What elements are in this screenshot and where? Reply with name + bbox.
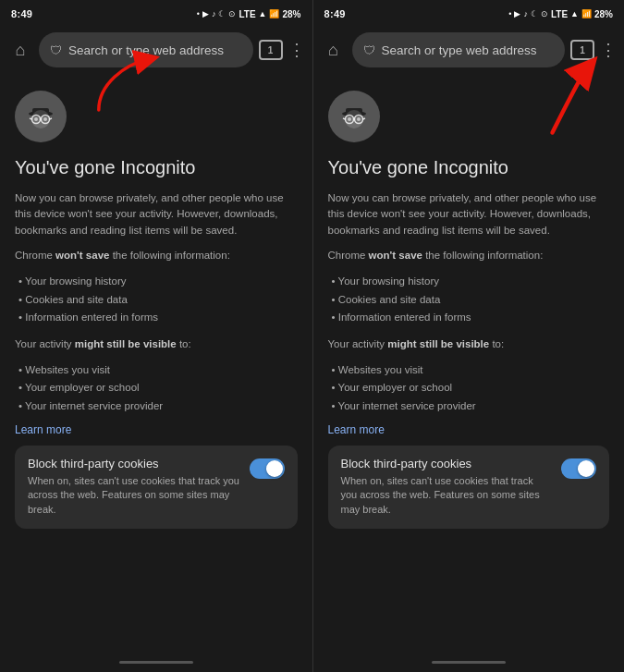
cookie-block-right: Block third-party cookies When on, sites… xyxy=(328,446,610,530)
incognito-title-left: You've gone Incognito xyxy=(15,155,298,179)
dot-icon-r: • xyxy=(508,9,511,18)
lte-label-r: LTE xyxy=(551,9,568,19)
wifi-icon-r: 📶 xyxy=(581,9,592,18)
list-item: Your employer or school xyxy=(332,379,610,397)
list-item: Your employer or school xyxy=(18,379,298,397)
list1-right: Your browsing history Cookies and site d… xyxy=(328,273,610,327)
address-bar-right[interactable]: 🛡 Search or type web address xyxy=(352,32,566,67)
menu-button-left[interactable]: ⋮ xyxy=(288,42,305,58)
list2-left: Websites you visit Your employer or scho… xyxy=(15,361,298,416)
bottom-bar-left xyxy=(0,652,312,672)
list2-right: Websites you visit Your employer or scho… xyxy=(328,361,610,416)
time-left: 8:49 xyxy=(11,8,32,19)
incognito-body1-right: Now you can browse privately, and other … xyxy=(328,190,610,238)
list-item: Cookies and site data xyxy=(18,291,298,310)
home-indicator-left xyxy=(119,661,193,664)
svg-line-7 xyxy=(30,118,32,119)
spotify-icon-r: ⊙ xyxy=(541,9,548,18)
left-phone-panel: 8:49 • ▶ ♪ ☾ ⊙ LTE ▲ 📶 28% ⌂ 🛡 Search or… xyxy=(0,0,312,672)
list-item: Your internet service provider xyxy=(18,397,298,416)
battery-right: 28% xyxy=(594,9,613,19)
wifi-icon: 📶 xyxy=(269,9,279,18)
home-indicator-right xyxy=(432,661,506,664)
moon-icon-r: ☾ xyxy=(531,9,538,18)
incognito-body1-left: Now you can browse privately, and other … xyxy=(15,190,298,238)
home-icon-left[interactable]: ⌂ xyxy=(7,41,33,60)
tab-button-right[interactable]: 1 xyxy=(570,40,594,60)
spy-icon-left xyxy=(23,99,58,134)
list-item: Information entered in forms xyxy=(18,309,298,327)
browser-toolbar-left: ⌂ 🛡 Search or type web address 1 ⋮ xyxy=(0,26,312,74)
address-bar-left[interactable]: 🛡 Search or type web address xyxy=(39,32,253,67)
cookie-title-right: Block third-party cookies xyxy=(341,457,553,470)
list-item: Websites you visit xyxy=(18,361,298,380)
svg-line-8 xyxy=(50,118,53,119)
time-right: 8:49 xyxy=(324,8,346,19)
home-icon-right[interactable]: ⌂ xyxy=(321,41,347,60)
dot-icon: • xyxy=(197,9,200,18)
cookie-block-left: Block third-party cookies When on, sites… xyxy=(15,446,298,530)
status-bar-left: 8:49 • ▶ ♪ ☾ ⊙ LTE ▲ 📶 28% xyxy=(0,0,312,26)
shield-icon-right: 🛡 xyxy=(363,43,375,57)
svg-line-19 xyxy=(362,118,365,119)
status-icons-left: • ▶ ♪ ☾ ⊙ LTE ▲ 📶 28% xyxy=(197,9,301,19)
bottom-bar-right xyxy=(313,652,625,672)
cookie-toggle-right[interactable] xyxy=(561,458,596,479)
incognito-content-right: You've gone Incognito Now you can browse… xyxy=(313,74,625,652)
address-text-right: Search or type web address xyxy=(382,43,555,57)
menu-button-right[interactable]: ⋮ xyxy=(600,42,617,58)
moon-icon: ☾ xyxy=(218,9,226,18)
incognito-icon-right xyxy=(328,91,380,142)
spy-icon-right xyxy=(336,99,372,134)
youtube-icon-r: ▶ xyxy=(514,9,520,18)
browser-toolbar-right: ⌂ 🛡 Search or type web address 1 ⋮ xyxy=(313,26,625,74)
signal-icon: ▲ xyxy=(259,9,267,18)
incognito-body2-right: Chrome won't save the following informat… xyxy=(328,248,610,263)
list-item: Websites you visit xyxy=(332,361,610,380)
battery-left: 28% xyxy=(282,9,300,19)
cookie-desc-right: When on, sites can't use cookies that tr… xyxy=(341,474,553,519)
svg-point-20 xyxy=(348,117,351,121)
right-phone-panel: 8:49 • ▶ ♪ ☾ ⊙ LTE ▲ 📶 28% ⌂ 🛡 Search or… xyxy=(312,0,625,672)
svg-point-10 xyxy=(43,117,47,121)
list-item: Your browsing history xyxy=(332,273,610,291)
svg-point-9 xyxy=(34,117,38,121)
list-item: Your internet service provider xyxy=(332,397,610,416)
toggle-knob-left xyxy=(266,460,283,477)
learn-more-right[interactable]: Learn more xyxy=(328,423,610,436)
cookie-title-left: Block third-party cookies xyxy=(28,457,240,470)
incognito-body2-left: Chrome won't save the following informat… xyxy=(15,248,298,263)
svg-line-18 xyxy=(343,118,346,119)
address-text-left: Search or type web address xyxy=(68,43,242,57)
toggle-knob-right xyxy=(578,460,594,477)
list1-left: Your browsing history Cookies and site d… xyxy=(15,273,298,327)
signal-icon-r: ▲ xyxy=(570,9,579,18)
list-item: Your browsing history xyxy=(18,273,298,291)
status-bar-right: 8:49 • ▶ ♪ ☾ ⊙ LTE ▲ 📶 28% xyxy=(313,0,625,26)
spotify-icon: ⊙ xyxy=(228,9,236,18)
cookie-desc-left: When on, sites can't use cookies that tr… xyxy=(28,474,240,519)
incognito-icon-left xyxy=(15,91,67,142)
lte-label: LTE xyxy=(239,9,255,19)
tab-button-left[interactable]: 1 xyxy=(259,40,283,60)
cookie-toggle-left[interactable] xyxy=(250,458,285,479)
svg-point-21 xyxy=(357,117,361,121)
status-icons-right: • ▶ ♪ ☾ ⊙ LTE ▲ 📶 28% xyxy=(508,9,613,19)
list-item: Information entered in forms xyxy=(332,309,610,327)
incognito-body3-right: Your activity might still be visible to: xyxy=(328,336,610,352)
cookie-text-left: Block third-party cookies When on, sites… xyxy=(28,457,240,519)
incognito-title-right: You've gone Incognito xyxy=(328,155,610,179)
cookie-text-right: Block third-party cookies When on, sites… xyxy=(341,457,553,519)
learn-more-left[interactable]: Learn more xyxy=(15,423,298,436)
incognito-content-left: You've gone Incognito Now you can browse… xyxy=(0,74,312,652)
list-item: Cookies and site data xyxy=(332,291,610,310)
youtube-icon: ▶ xyxy=(202,9,209,18)
media-icon: ♪ xyxy=(212,9,216,18)
media-icon-r: ♪ xyxy=(523,9,528,18)
incognito-body3-left: Your activity might still be visible to: xyxy=(15,336,298,352)
shield-icon-left: 🛡 xyxy=(50,43,62,57)
